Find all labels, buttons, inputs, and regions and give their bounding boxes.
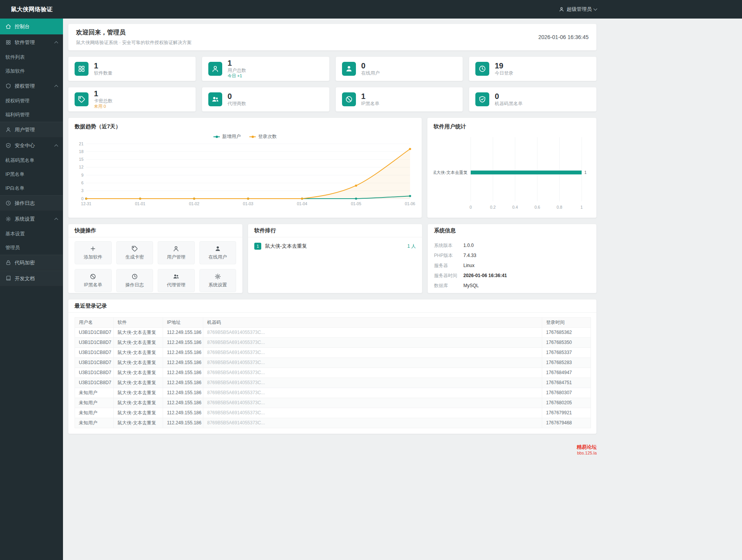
cell-ip: 112.249.155.186 <box>163 388 203 398</box>
trend-chart: 03691215182112-3101-0101-0201-0301-0401-… <box>75 141 416 208</box>
info-label: 数据库 <box>434 282 463 289</box>
sidebar-item[interactable]: IP白名单 <box>0 181 63 195</box>
sidebar-item[interactable]: 机器码黑名单 <box>0 153 63 167</box>
clock-icon <box>131 273 138 280</box>
sidebar-item[interactable]: 软件管理 <box>0 34 63 50</box>
stat-body: 19 今日登录 <box>495 62 513 76</box>
sidebar-item[interactable]: 软件列表 <box>0 50 63 64</box>
sidebar-item[interactable]: 授权码管理 <box>0 94 63 108</box>
sidebar-item[interactable]: 代码加密 <box>0 255 63 271</box>
stat-label: 今日登录 <box>495 70 513 76</box>
info-label: 服务器时间 <box>434 272 463 279</box>
sidebar-item-label: 授权管理 <box>15 83 35 90</box>
welcome-text: 欢迎回来，管理员 鼠大侠网络验证系统 · 安全可靠的软件授权验证解决方案 <box>76 29 192 46</box>
recent-logins-title: 最近登录记录 <box>68 300 596 313</box>
welcome-card: 欢迎回来，管理员 鼠大侠网络验证系统 · 安全可靠的软件授权验证解决方案 202… <box>68 24 597 51</box>
svg-text:0.2: 0.2 <box>490 205 496 209</box>
svg-text:12-31: 12-31 <box>81 201 92 206</box>
stat-card: 19 今日登录 <box>469 56 597 81</box>
sidebar-item[interactable]: 添加软件 <box>0 64 63 78</box>
user-icon <box>208 62 222 76</box>
quick-action-button[interactable]: 系统设置 <box>199 269 237 292</box>
legend-item[interactable]: 新增用户 <box>213 133 241 140</box>
svg-text:12: 12 <box>79 165 83 169</box>
cell-username: U3B1D1CB8D7 <box>75 358 114 368</box>
table-row: U3B1D1CB8D7 鼠大侠-文本去重复 112.249.155.186 87… <box>75 358 591 368</box>
sidebar-item[interactable]: 安全中心 <box>0 138 63 153</box>
charts-row: 数据趋势（近7天） 新增用户 登录次数 03691215182112-3101-… <box>68 117 597 218</box>
ban-icon <box>90 273 96 280</box>
sidebar-item[interactable]: 福利码管理 <box>0 108 63 122</box>
stat-value: 19 <box>495 62 513 70</box>
cell-ip: 112.249.155.186 <box>163 418 203 428</box>
stat-value: 1 <box>361 92 380 100</box>
svg-text:18: 18 <box>79 149 83 154</box>
legend-label: 新增用户 <box>222 133 241 140</box>
table-row: U3B1D1CB8D7 鼠大侠-文本去重复 112.249.155.186 87… <box>75 348 591 358</box>
sidebar-item-label: 安全中心 <box>15 142 35 149</box>
stat-note: 今日 +1 <box>228 73 246 78</box>
cell-software: 鼠大侠-文本去重复 <box>114 358 163 368</box>
quick-action-label: 在线用户 <box>208 254 227 260</box>
stat-body: 0 代理商数 <box>228 92 246 107</box>
recent-logins-table: 用户名软件IP地址机器码登录时间 U3B1D1CB8D7 鼠大侠-文本去重复 1… <box>75 317 591 428</box>
trend-chart-title: 数据趋势（近7天） <box>75 123 415 130</box>
chevron-down-icon <box>594 7 597 10</box>
users-icon <box>208 92 222 106</box>
sidebar-item[interactable]: 授权管理 <box>0 78 63 94</box>
legend-marker <box>213 136 220 137</box>
sidebar-item[interactable]: 基本设置 <box>0 227 63 241</box>
stat-card: 0 代理商数 <box>202 87 330 112</box>
sidebar-item[interactable]: 操作日志 <box>0 195 63 211</box>
cell-ip: 112.249.155.186 <box>163 348 203 358</box>
table-column-header: 用户名 <box>75 318 114 328</box>
user-menu[interactable]: 超级管理员 <box>559 6 597 13</box>
gear-icon <box>214 273 221 280</box>
cell-machine-code: 8769B5B5A6914055373C... <box>203 408 542 418</box>
sidebar-item-label: 软件列表 <box>5 54 25 61</box>
quick-action-button[interactable]: IP黑名单 <box>75 269 112 292</box>
table-column-header: 机器码 <box>203 318 542 328</box>
quick-action-button[interactable]: 操作日志 <box>116 269 153 292</box>
quick-action-button[interactable]: 添加软件 <box>75 241 112 264</box>
sidebar-item[interactable]: IP黑名单 <box>0 167 63 181</box>
quick-action-button[interactable]: 用户管理 <box>158 241 195 264</box>
cell-login-time: 1767680307 <box>542 388 591 398</box>
cell-username: U3B1D1CB8D7 <box>75 368 114 378</box>
stat-value: 1 <box>228 59 246 67</box>
sidebar-item-label: 基本设置 <box>5 231 25 237</box>
quick-action-label: 系统设置 <box>208 282 227 288</box>
sidebar-item[interactable]: 管理员 <box>0 241 63 255</box>
sidebar-item[interactable]: 系统设置 <box>0 211 63 227</box>
legend-label: 登录次数 <box>258 133 277 140</box>
chevron-up-icon <box>54 85 58 89</box>
app-logo: 鼠大侠网络验证 <box>0 6 63 13</box>
grid-icon <box>5 39 11 45</box>
cell-username: 未知用户 <box>75 388 114 398</box>
quick-action-button[interactable]: 在线用户 <box>199 241 237 264</box>
stat-label: 卡密总数 <box>94 98 112 104</box>
sidebar-item[interactable]: 控制台 <box>0 19 63 34</box>
chevron-up-icon <box>54 144 58 148</box>
quick-action-button[interactable]: 生成卡密 <box>116 241 153 264</box>
legend-item[interactable]: 登录次数 <box>249 133 277 140</box>
system-info-row: 服务器时间 2026-01-06 16:36:41 <box>428 271 596 281</box>
cell-software: 鼠大侠-文本去重复 <box>114 418 163 428</box>
stat-label: 机器码黑名单 <box>495 101 522 107</box>
rank-badge: 1 <box>254 243 261 250</box>
table-row: 未知用户 鼠大侠-文本去重复 112.249.155.186 8769B5B5A… <box>75 408 591 418</box>
cell-login-time: 1767685337 <box>542 348 591 358</box>
sidebar-item-label: 福利码管理 <box>5 112 30 118</box>
cell-machine-code: 8769B5B5A6914055373C... <box>203 328 542 338</box>
tag-icon <box>131 245 138 252</box>
clock-icon <box>5 200 11 206</box>
sidebar-item[interactable]: 开发文档 <box>0 271 63 286</box>
current-time: 2026-01-06 16:36:45 <box>538 34 589 40</box>
svg-text:0.8: 0.8 <box>556 205 562 209</box>
cell-ip: 112.249.155.186 <box>163 328 203 338</box>
lock-icon <box>5 260 11 266</box>
chevron-up-icon <box>54 218 58 221</box>
quick-action-button[interactable]: 代理管理 <box>158 269 195 292</box>
sidebar-item[interactable]: 用户管理 <box>0 122 63 138</box>
info-value: MySQL <box>463 282 479 289</box>
